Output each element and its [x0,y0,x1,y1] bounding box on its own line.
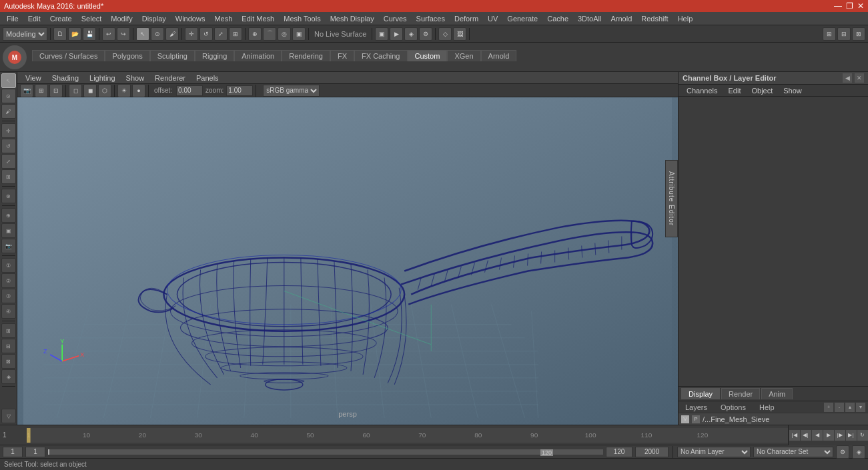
menu-surfaces[interactable]: Surfaces [412,13,449,24]
layer-ref-btn[interactable]: P [692,415,700,423]
scale-tool[interactable]: ⤢ [1,154,16,169]
menu-uv[interactable]: UV [484,13,502,24]
cb-channels-menu[interactable]: Channels [681,85,723,96]
camera-tools[interactable]: 📷 [1,239,16,253]
menu-generate[interactable]: Generate [503,13,542,24]
menu-file[interactable]: File [3,13,23,24]
shelf-tab-curves[interactable]: Curves / Surfaces [32,50,105,61]
vp-menu-renderer[interactable]: Renderer [149,73,191,83]
right-tool1[interactable]: ⊞ [823,27,836,41]
snap-curve-btn[interactable]: ⌒ [263,27,276,41]
loop-btn[interactable]: ↻ [857,430,868,441]
vp-zoom-input[interactable] [226,85,253,96]
vp-menu-lighting[interactable]: Lighting [84,73,121,83]
display-mode-2[interactable]: ② [1,273,16,288]
undo-btn[interactable]: ↩ [102,27,115,41]
layer-new-btn[interactable]: + [824,403,833,412]
attribute-editor-tab[interactable]: Attribute Editor [665,160,678,237]
vp-tb-shadow[interactable]: ● [132,84,145,97]
shelf-tab-sculpting[interactable]: Sculpting [150,50,195,61]
frame-start-input[interactable] [3,447,23,457]
vp-tb-smooth[interactable]: ◼ [83,84,97,97]
menu-deform[interactable]: Deform [450,13,482,24]
shelf-tab-animation[interactable]: Animation [234,50,282,61]
tool-extra1[interactable]: ⊞ [1,323,16,338]
move-tool-btn[interactable]: ✛ [185,27,198,41]
help-menu[interactable]: Help [755,403,779,412]
3d-viewport[interactable]: X Y Z persp [17,97,678,425]
menu-mesh-display[interactable]: Mesh Display [326,13,378,24]
shelf-tab-xgen[interactable]: XGen [447,50,480,61]
render-current-btn[interactable]: ▣ [375,27,388,41]
layer-visibility-btn[interactable]: V [681,415,689,423]
go-start-btn[interactable]: |◀ [789,430,800,441]
shelf-tab-arnold[interactable]: Arnold [481,50,517,61]
anim-tab[interactable]: Anim [761,388,793,399]
universal-manip-btn[interactable]: ⊞ [229,27,242,41]
color-profile-select[interactable]: sRGB gamma [263,85,320,97]
vp-tb-camera[interactable]: 📷 [20,84,33,97]
options-menu[interactable]: Options [717,403,750,412]
shelf-tab-fxcaching[interactable]: FX Caching [354,50,407,61]
ipr-btn[interactable]: ◈ [404,27,418,41]
layers-menu[interactable]: Layers [681,403,711,412]
minimize-btn[interactable]: — [834,1,842,11]
select-tool[interactable]: ↖ [1,73,16,88]
shelf-tab-fx[interactable]: FX [330,50,354,61]
hypershade-btn[interactable]: ◇ [438,27,452,41]
shelf-tab-rendering[interactable]: Rendering [282,50,330,61]
rotate-tool[interactable]: ↺ [1,139,16,153]
cb-show-menu[interactable]: Show [778,85,807,96]
lasso-tool[interactable]: ⊙ [1,89,16,103]
menu-select[interactable]: Select [77,13,106,24]
step-fwd-btn[interactable]: |▶ [835,430,845,441]
vp-menu-panels[interactable]: Panels [191,73,224,83]
cb-expand-btn[interactable]: ✕ [855,73,864,83]
frame-current-input[interactable] [25,447,45,457]
menu-cache[interactable]: Cache [543,13,572,24]
vp-tb-wire[interactable]: ◻ [69,84,82,97]
tool-bottom[interactable]: ▽ [1,409,16,423]
menu-curves[interactable]: Curves [380,13,411,24]
vp-menu-view[interactable]: View [20,73,47,83]
menu-mesh[interactable]: Mesh [210,13,236,24]
tool-extra2[interactable]: ⊟ [1,339,16,353]
paint-select-tool[interactable]: 🖌 [1,104,16,119]
vp-menu-show[interactable]: Show [121,73,150,83]
shelf-tab-rigging[interactable]: Rigging [195,50,234,61]
select-tool-btn[interactable]: ↖ [136,27,149,41]
menu-mesh-tools[interactable]: Mesh Tools [280,13,324,24]
layer-down-btn[interactable]: ▼ [856,403,865,412]
transform-tool[interactable]: ⊞ [1,169,16,184]
snap-tools[interactable]: ⊕ [1,208,16,223]
display-tab[interactable]: Display [681,388,720,399]
cb-object-menu[interactable]: Object [746,85,778,96]
menu-arnold[interactable]: Arnold [606,13,636,24]
layer-item[interactable]: V P /...Fine_Mesh_Sieve [679,413,868,425]
cb-edit-menu[interactable]: Edit [723,85,746,96]
tool-extra4[interactable]: ◈ [1,369,16,384]
open-btn[interactable]: 📂 [68,27,81,41]
show-manip-tool[interactable]: ⊛ [1,189,16,203]
save-btn[interactable]: 💾 [83,27,96,41]
vp-offset-input[interactable] [176,85,203,96]
menu-redshift[interactable]: Redshift [637,13,672,24]
close-btn[interactable]: ✕ [857,1,864,11]
redo-btn[interactable]: ↪ [117,27,130,41]
menu-help[interactable]: Help [674,13,697,24]
shelf-tab-custom[interactable]: Custom [408,50,448,61]
char-set-select[interactable]: No Character Set [753,447,833,457]
tool-extra3[interactable]: ⊠ [1,354,16,369]
vp-menu-shading[interactable]: Shading [47,73,84,83]
timeline-ruler[interactable]: 1 10 20 30 40 50 60 70 80 90 100 110 120 [27,428,788,443]
playback-speed-input[interactable] [635,447,669,457]
menu-edit-mesh[interactable]: Edit Mesh [238,13,278,24]
new-scene-btn[interactable]: 🗋 [53,27,67,41]
snap-point-btn[interactable]: ◎ [278,27,291,41]
vp-tb-grid[interactable]: ⊞ [35,84,48,97]
layer-up-btn[interactable]: ▲ [845,403,855,412]
play-back-btn[interactable]: ◀ [812,430,823,441]
maximize-btn[interactable]: ❐ [846,1,853,11]
step-back-btn[interactable]: ◀| [801,430,811,441]
vp-tb-light[interactable]: ☀ [117,84,131,97]
